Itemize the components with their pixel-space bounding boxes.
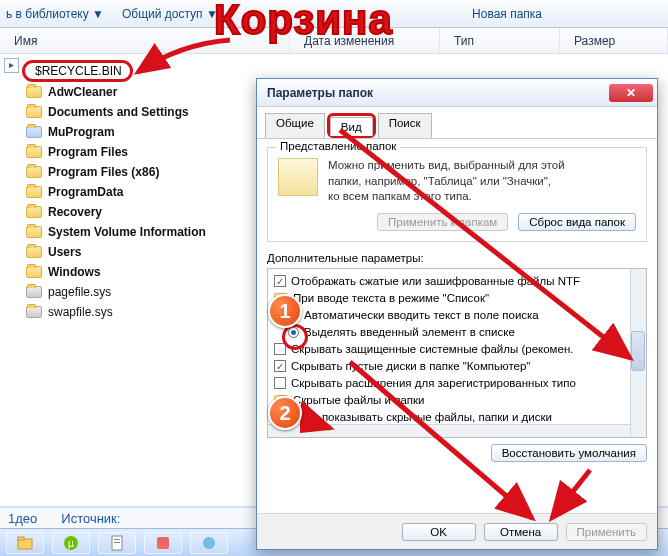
group-legend: Представление папок <box>276 140 400 152</box>
folder-icon <box>26 146 42 158</box>
new-folder[interactable]: Новая папка <box>472 7 542 21</box>
tree-label: Скрытые файлы и папки <box>293 394 425 406</box>
tree-label: Не показывать скрытые файлы, папки и дис… <box>304 411 552 423</box>
col-type[interactable]: Тип <box>440 28 560 53</box>
sysfile-icon <box>26 306 42 318</box>
dialog-footer: OK Отмена Применить <box>257 513 657 549</box>
dialog-titlebar[interactable]: Параметры папок ✕ <box>257 79 657 107</box>
list-item[interactable]: Recovery <box>22 202 240 222</box>
taskbar-explorer-icon[interactable] <box>6 532 44 554</box>
folders-icon <box>278 158 318 196</box>
list-item[interactable]: MuProgram <box>22 122 240 142</box>
tree-label: Автоматически вводить текст в поле поиск… <box>304 309 539 321</box>
strip-video: 1део <box>8 511 37 526</box>
strip-source: Источник: <box>61 511 120 526</box>
svg-rect-1 <box>18 537 24 540</box>
folder-options-dialog: Параметры папок ✕ Общие Вид Поиск Предст… <box>256 78 658 550</box>
tree-label: При вводе текста в режиме "Список" <box>293 292 489 304</box>
share-menu[interactable]: Общий доступ ▼ <box>122 7 218 21</box>
svg-rect-6 <box>114 542 120 543</box>
svg-rect-7 <box>157 537 169 549</box>
close-button[interactable]: ✕ <box>609 84 653 102</box>
list-item[interactable]: Windows <box>22 262 240 282</box>
list-item[interactable]: Program Files <box>22 142 240 162</box>
col-size[interactable]: Размер <box>560 28 668 53</box>
advanced-settings-tree[interactable]: ✓Отображать сжатые или зашифрованные фай… <box>267 268 647 438</box>
list-item[interactable]: Users <box>22 242 240 262</box>
taskbar-app2-icon[interactable] <box>190 532 228 554</box>
cancel-button[interactable]: Отмена <box>484 523 558 541</box>
list-item[interactable]: Program Files (x86) <box>22 162 240 182</box>
file-name: swapfile.sys <box>48 305 113 319</box>
tree-label: Скрывать расширения для зарегистрированн… <box>291 377 576 389</box>
list-item[interactable]: Documents and Settings <box>22 102 240 122</box>
folder-icon <box>26 186 42 198</box>
file-name: MuProgram <box>48 125 115 139</box>
folder-icon <box>26 106 42 118</box>
tab-search[interactable]: Поиск <box>378 113 432 138</box>
annotation-marker-1: 1 <box>268 294 302 328</box>
folder-icon <box>26 126 42 138</box>
sysfile-icon <box>26 286 42 298</box>
expand-toggle[interactable]: ▸ <box>4 58 19 73</box>
folder-icon <box>26 246 42 258</box>
restore-defaults-button[interactable]: Восстановить умолчания <box>491 444 647 462</box>
svg-text:µ: µ <box>68 538 74 549</box>
folder-icon <box>26 266 42 278</box>
folder-icon <box>26 226 42 238</box>
tree-label: Скрывать защищенные системные файлы (рек… <box>291 343 573 355</box>
file-list: ▸ $RECYCLE.BIN AdwCleaner Documents and … <box>0 54 240 322</box>
file-name: Windows <box>48 265 101 279</box>
file-name: AdwCleaner <box>48 85 117 99</box>
reset-folders-button[interactable]: Сброс вида папок <box>518 213 636 231</box>
file-name: Users <box>48 245 81 259</box>
file-name: ProgramData <box>48 185 123 199</box>
dialog-title: Параметры папок <box>267 86 373 100</box>
group-text: Можно применить вид, выбранный для этой … <box>328 158 565 205</box>
annotation-title: Корзина <box>214 0 393 44</box>
list-item[interactable]: AdwCleaner <box>22 82 240 102</box>
checkbox[interactable]: ✓ <box>274 275 286 287</box>
checkbox[interactable]: ✓ <box>274 360 286 372</box>
scrollbar-thumb[interactable] <box>631 331 645 371</box>
ok-button[interactable]: OK <box>402 523 476 541</box>
svg-point-8 <box>203 537 215 549</box>
taskbar-doc-icon[interactable] <box>98 532 136 554</box>
tab-general[interactable]: Общие <box>265 113 325 138</box>
tree-label: Скрывать пустые диски в папке "Компьютер… <box>291 360 530 372</box>
tree-label: Отображать сжатые или зашифрованные файл… <box>291 275 580 287</box>
folder-view-group: Представление папок Можно применить вид,… <box>267 147 647 242</box>
advanced-label: Дополнительные параметры: <box>267 252 647 264</box>
file-name: System Volume Information <box>48 225 206 239</box>
svg-rect-5 <box>114 539 120 540</box>
tab-view[interactable]: Вид <box>330 117 373 136</box>
tree-label: Выделять введенный элемент в списке <box>304 326 515 338</box>
folder-icon <box>26 166 42 178</box>
apply-to-folders-button: Применить к папкам <box>377 213 508 231</box>
file-name: $RECYCLE.BIN <box>35 64 122 78</box>
file-name: Documents and Settings <box>48 105 189 119</box>
checkbox[interactable] <box>274 377 286 389</box>
annotation-marker-2: 2 <box>268 396 302 430</box>
file-name: Program Files (x86) <box>48 165 159 179</box>
file-name: Recovery <box>48 205 102 219</box>
dialog-tabs: Общие Вид Поиск <box>257 107 657 139</box>
folder-icon <box>26 86 42 98</box>
add-to-library[interactable]: ь в библиотеку ▼ <box>6 7 104 21</box>
apply-button: Применить <box>566 523 647 541</box>
file-name: pagefile.sys <box>48 285 111 299</box>
list-item[interactable]: System Volume Information <box>22 222 240 242</box>
list-item[interactable]: ProgramData <box>22 182 240 202</box>
horizontal-scrollbar[interactable] <box>268 424 630 437</box>
list-item[interactable]: $RECYCLE.BIN <box>22 60 133 82</box>
list-item[interactable]: pagefile.sys <box>22 282 240 302</box>
list-item[interactable]: swapfile.sys <box>22 302 240 322</box>
file-name: Program Files <box>48 145 128 159</box>
taskbar-utorrent-icon[interactable]: µ <box>52 532 90 554</box>
folder-icon <box>26 206 42 218</box>
taskbar-app-icon[interactable] <box>144 532 182 554</box>
